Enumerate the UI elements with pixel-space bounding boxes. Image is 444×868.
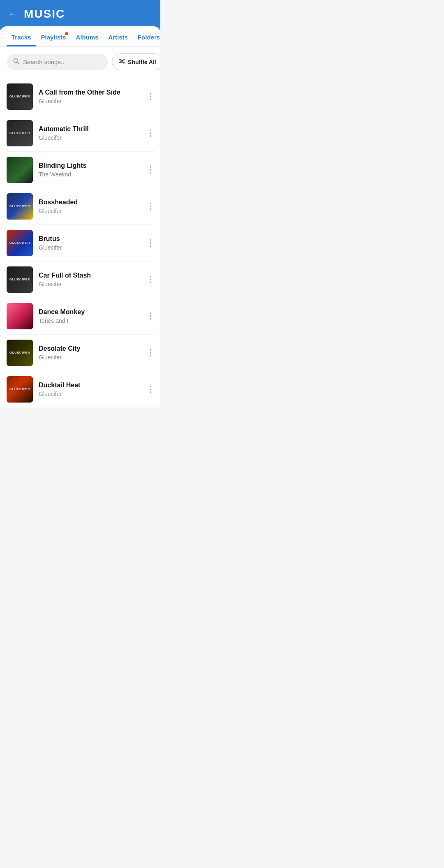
track-thumbnail (7, 303, 33, 329)
tab-albums[interactable]: Albums (71, 26, 103, 46)
track-info: Desolate City Gluecifer (39, 345, 141, 361)
track-menu-button[interactable] (147, 309, 154, 323)
track-artist: Gluecifer (39, 281, 141, 287)
menu-dot (150, 312, 151, 314)
search-input[interactable] (23, 58, 101, 65)
track-thumbnail: GLUECIFER (7, 376, 33, 403)
track-menu-button[interactable] (147, 126, 154, 140)
shuffle-all-button[interactable]: Shuffle All (112, 53, 160, 70)
playlist-notification-dot (65, 32, 68, 35)
menu-dot (150, 282, 151, 283)
tab-folders[interactable]: Folders (133, 26, 160, 46)
track-artist: Gluecifer (39, 391, 141, 397)
menu-dot (150, 132, 151, 134)
track-info: Ducktail Heat Gluecifer (39, 382, 141, 397)
menu-dot (150, 96, 151, 97)
track-title: Desolate City (39, 345, 141, 352)
menu-dot (150, 315, 151, 317)
menu-dot (150, 391, 151, 393)
track-thumbnail: GLUECIFER (7, 193, 33, 220)
back-button[interactable]: ← (8, 9, 17, 19)
track-item[interactable]: Dance Monkey Tones and I (7, 298, 154, 335)
menu-dot (150, 99, 151, 100)
menu-dot (150, 386, 151, 387)
search-wrapper[interactable] (7, 54, 108, 70)
search-icon (13, 58, 20, 66)
track-artist: The Weeknd (39, 171, 141, 178)
track-artist: Gluecifer (39, 354, 141, 361)
app-header: ← MUSIC (0, 0, 160, 30)
track-info: A Call from the Other Side Gluecifer (39, 89, 141, 104)
track-artist: Gluecifer (39, 208, 141, 214)
menu-dot (150, 239, 151, 241)
menu-dot (150, 279, 151, 280)
track-thumbnail (7, 157, 33, 183)
track-item[interactable]: GLUECIFER Automatic Thrill Gluecifer (7, 115, 154, 152)
track-title: Dance Monkey (39, 308, 141, 316)
app-title: MUSIC (24, 7, 65, 21)
track-artist: Gluecifer (39, 134, 141, 141)
track-item[interactable]: GLUECIFER Car Full of Stash Gluecifer (7, 262, 154, 298)
track-item[interactable]: GLUECIFER Desolate City Gluecifer (7, 335, 154, 371)
track-title: Blinding Lights (39, 162, 141, 169)
menu-dot (150, 93, 151, 95)
track-artist: Gluecifer (39, 244, 141, 251)
tab-artists[interactable]: Artists (103, 26, 133, 46)
menu-dot (150, 318, 151, 320)
tab-bar: Tracks Playlists Albums Artists Folders (0, 26, 160, 47)
track-item[interactable]: Blinding Lights The Weeknd (7, 152, 154, 188)
search-row: Shuffle All (7, 53, 154, 70)
track-list: GLUECIFER A Call from the Other Side Glu… (7, 79, 154, 407)
shuffle-icon (119, 58, 125, 66)
track-menu-button[interactable] (147, 163, 154, 177)
track-artist: Tones and I (39, 317, 141, 324)
shuffle-label: Shuffle All (128, 59, 156, 65)
svg-line-1 (18, 62, 19, 64)
menu-dot (150, 203, 151, 204)
track-thumbnail: GLUECIFER (7, 83, 33, 110)
track-menu-button[interactable] (147, 199, 154, 213)
menu-dot (150, 355, 151, 356)
menu-dot (150, 130, 151, 131)
track-info: Automatic Thrill Gluecifer (39, 125, 141, 141)
track-info: Brutus Gluecifer (39, 235, 141, 251)
menu-dot (150, 276, 151, 278)
menu-dot (150, 135, 151, 137)
track-info: Blinding Lights The Weeknd (39, 162, 141, 178)
track-item[interactable]: GLUECIFER Ducktail Heat Gluecifer (7, 371, 154, 407)
track-thumbnail: GLUECIFER (7, 340, 33, 366)
menu-dot (150, 172, 151, 174)
track-menu-button[interactable] (147, 90, 154, 104)
menu-dot (150, 242, 151, 244)
track-info: Dance Monkey Tones and I (39, 308, 141, 324)
track-info: Car Full of Stash Gluecifer (39, 272, 141, 287)
tab-tracks[interactable]: Tracks (7, 26, 36, 46)
track-title: Ducktail Heat (39, 382, 141, 389)
track-title: Car Full of Stash (39, 272, 141, 279)
track-title: Brutus (39, 235, 141, 243)
menu-dot (150, 245, 151, 247)
menu-dot (150, 208, 151, 210)
menu-dot (150, 169, 151, 171)
content-area: Shuffle All GLUECIFER A Call from the Ot… (0, 47, 160, 407)
track-menu-button[interactable] (147, 382, 154, 396)
tab-playlists[interactable]: Playlists (36, 26, 71, 46)
track-artist: Gluecifer (39, 98, 141, 104)
track-menu-button[interactable] (147, 346, 154, 360)
track-title: A Call from the Other Side (39, 89, 141, 96)
track-item[interactable]: GLUECIFER Bossheaded Gluecifer (7, 188, 154, 225)
track-thumbnail: GLUECIFER (7, 266, 33, 293)
track-title: Bossheaded (39, 199, 141, 206)
track-menu-button[interactable] (147, 236, 154, 250)
menu-dot (150, 389, 151, 390)
track-item[interactable]: GLUECIFER A Call from the Other Side Glu… (7, 79, 154, 115)
track-title: Automatic Thrill (39, 125, 141, 133)
track-thumbnail: GLUECIFER (7, 230, 33, 256)
menu-dot (150, 206, 151, 207)
track-menu-button[interactable] (147, 273, 154, 287)
track-item[interactable]: GLUECIFER Brutus Gluecifer (7, 225, 154, 262)
track-thumbnail: GLUECIFER (7, 120, 33, 146)
menu-dot (150, 349, 151, 351)
menu-dot (150, 352, 151, 354)
menu-dot (150, 166, 151, 168)
